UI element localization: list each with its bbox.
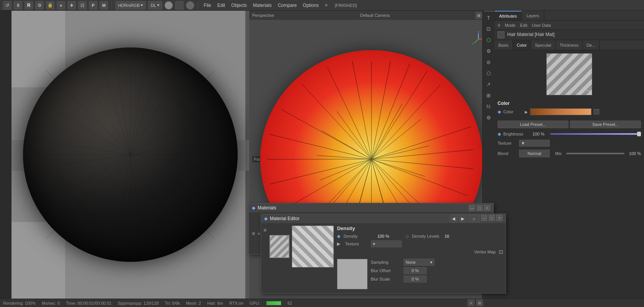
- texture-dropdown[interactable]: ▼: [519, 140, 550, 147]
- materials-dialog-header[interactable]: ◆ Materials — □ ×: [249, 203, 493, 212]
- close-button[interactable]: ×: [484, 205, 490, 211]
- blur-offset-value[interactable]: 0 %: [404, 267, 427, 274]
- viewport-ctrl-1[interactable]: ⊞: [475, 12, 482, 19]
- pause-button[interactable]: ⏸: [14, 1, 22, 10]
- menu-objects[interactable]: Objects: [229, 2, 249, 9]
- color-mode-dropdown[interactable]: HDR/sRGB ▾: [115, 1, 146, 10]
- svg-line-33: [371, 159, 473, 169]
- nav-home-button[interactable]: ⌂: [468, 215, 480, 222]
- svg-line-57: [333, 159, 371, 203]
- texture-thumbnail[interactable]: [546, 53, 592, 95]
- shape-btn-2[interactable]: [175, 1, 184, 10]
- minimize-button[interactable]: —: [469, 205, 475, 211]
- menu-edit[interactable]: Edit: [215, 2, 227, 9]
- svg-line-18: [77, 63, 130, 155]
- maximize-button[interactable]: □: [476, 205, 483, 211]
- blur-scale-value[interactable]: 0 %: [404, 276, 427, 283]
- tab-basic[interactable]: Basic: [495, 40, 513, 50]
- svg-text:Y: Y: [478, 31, 480, 34]
- mix-slider[interactable]: [566, 153, 624, 154]
- sampling-dropdown[interactable]: None ▾: [404, 259, 434, 266]
- lock-button[interactable]: 🔒: [46, 1, 54, 10]
- mat-editor-header[interactable]: ◆ Material Editor ◀ ▶ ⌂ – □ ×: [261, 214, 506, 223]
- sampling-thumbnail: [337, 259, 368, 289]
- svg-line-48: [327, 67, 371, 159]
- side-icon-3[interactable]: ⊡: [484, 24, 494, 34]
- side-icon-5[interactable]: ⚙: [484, 46, 494, 56]
- color-expand-icon[interactable]: ▶: [525, 110, 528, 114]
- sphere-container: [12, 11, 249, 299]
- svg-line-51: [371, 119, 421, 159]
- menu-options[interactable]: Options: [301, 2, 320, 9]
- texture-row: Texture ▼: [495, 138, 644, 148]
- render-button[interactable]: R: [25, 1, 33, 10]
- mat-close-button[interactable]: ×: [496, 215, 503, 221]
- menu-compare[interactable]: Compare: [276, 2, 299, 9]
- svg-line-61: [337, 111, 371, 159]
- menu-materials[interactable]: Materials: [251, 2, 274, 9]
- mat-maximize-button[interactable]: □: [489, 215, 495, 221]
- vertex-map-icon[interactable]: ⊡: [499, 249, 503, 255]
- mat-editor-menu-icon[interactable]: ≡: [263, 227, 266, 233]
- mat-minimize-button[interactable]: –: [481, 215, 487, 221]
- save-preset-button[interactable]: Save Preset...: [570, 121, 641, 128]
- status-ms: Ms/sec: 0: [42, 301, 60, 305]
- brightness-slider[interactable]: [550, 133, 641, 135]
- svg-line-31: [371, 127, 471, 159]
- nav-back-button[interactable]: ◀: [450, 215, 457, 222]
- mat-editor-main-thumb[interactable]: [292, 225, 334, 268]
- tab-thickness[interactable]: Thickness: [556, 40, 583, 50]
- tab-attributes[interactable]: Attributes: [495, 11, 522, 20]
- edit-texture-icon[interactable]: ✏: [586, 88, 591, 94]
- gpu-bar: [266, 301, 281, 305]
- protect-button[interactable]: P: [89, 1, 97, 10]
- mode-button[interactable]: Mode: [505, 23, 516, 28]
- vertex-map-row: Vertex Map ⊡: [337, 249, 503, 255]
- settings-button[interactable]: ⚙: [35, 1, 44, 10]
- side-icon-11[interactable]: ⚙: [484, 113, 494, 122]
- tab-specular[interactable]: Specular: [531, 40, 555, 50]
- crop-button[interactable]: ⊡: [78, 1, 87, 10]
- side-icon-4[interactable]: ⬡: [484, 35, 494, 45]
- bookmark-button[interactable]: M: [100, 1, 108, 10]
- svg-line-59: [317, 155, 371, 159]
- brightness-slider-handle[interactable]: [637, 132, 641, 136]
- add-button[interactable]: +: [67, 1, 76, 10]
- svg-line-7: [130, 139, 228, 155]
- hamburger-icon[interactable]: ≡: [252, 230, 255, 237]
- color-section: Color ◆ Color ▶: [495, 98, 644, 119]
- shape-btn-1[interactable]: [164, 1, 173, 10]
- blend-mode-button[interactable]: Normal: [519, 150, 550, 157]
- side-icon-6[interactable]: ⊘: [484, 57, 494, 67]
- mat-editor-title: ◆ Material Editor: [264, 216, 299, 221]
- side-icon-10[interactable]: 51: [484, 101, 494, 111]
- nav-forward-button[interactable]: ▶: [459, 215, 467, 222]
- add-material-button[interactable]: +: [257, 230, 260, 237]
- blur-scale-label: Blur Scale: [371, 277, 401, 281]
- color-swatch[interactable]: [530, 108, 591, 115]
- load-preset-button[interactable]: Load Preset...: [498, 121, 568, 128]
- sphere-button[interactable]: ●: [57, 1, 65, 10]
- svg-line-52: [371, 146, 429, 159]
- density-row: ◆ Density 100 % ◇ Density Levels 16: [337, 234, 503, 239]
- texture-dropdown-editor[interactable]: ▾: [371, 240, 402, 247]
- user-data-button[interactable]: User Data: [532, 23, 551, 28]
- side-icon-7[interactable]: ⬡: [484, 68, 494, 78]
- color-dot[interactable]: [594, 109, 599, 114]
- undo-button[interactable]: ↺: [3, 1, 12, 10]
- svg-line-22: [130, 155, 184, 247]
- side-icon-8[interactable]: ↗: [484, 79, 494, 89]
- mat-list-thumb-1[interactable]: [269, 235, 289, 258]
- edit-button[interactable]: Edit: [520, 23, 527, 28]
- menu-file[interactable]: File: [202, 2, 213, 9]
- dl-dropdown[interactable]: DL ▾: [148, 1, 162, 10]
- tab-de[interactable]: De...: [583, 40, 600, 50]
- grid-view-button[interactable]: ⊞: [476, 299, 483, 306]
- side-icon-2[interactable]: T: [484, 13, 494, 23]
- shape-btn-3[interactable]: [186, 1, 194, 10]
- menu-more[interactable]: >: [323, 2, 329, 9]
- list-view-button[interactable]: ≡: [468, 299, 475, 306]
- tab-color[interactable]: Color: [513, 40, 531, 50]
- side-icon-9[interactable]: ⊞: [484, 90, 494, 100]
- tab-layers[interactable]: Layers: [522, 11, 544, 20]
